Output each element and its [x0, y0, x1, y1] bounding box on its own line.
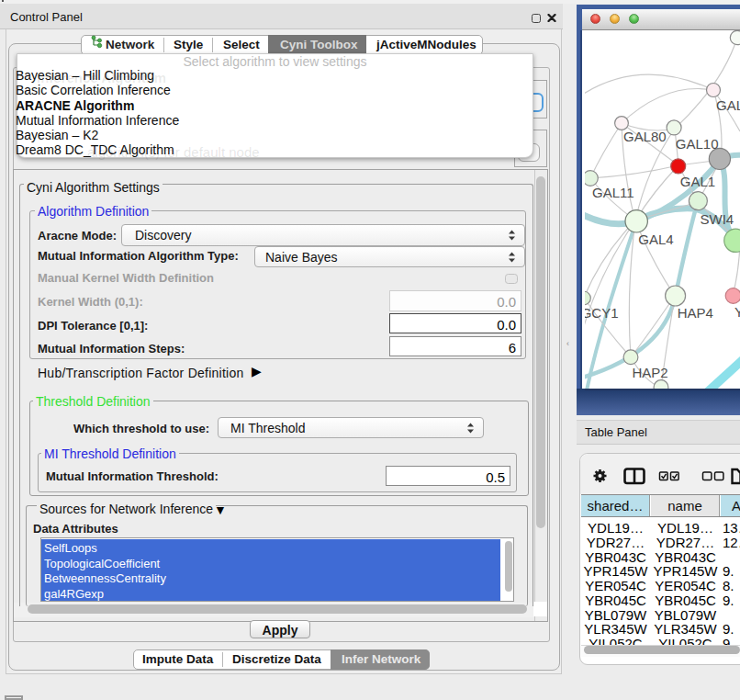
svg-text:GAL1: GAL1 [680, 174, 715, 189]
svg-text:SWI4: SWI4 [701, 211, 734, 227]
svg-text:GCY1: GCY1 [585, 305, 619, 321]
svg-text:GAL80: GAL80 [623, 129, 667, 144]
svg-text:Y: Y [734, 304, 740, 320]
svg-text:GAL8: GAL8 [716, 97, 740, 113]
svg-text:GAL4: GAL4 [638, 231, 673, 247]
svg-text:GAL10: GAL10 [676, 136, 719, 152]
svg-text:HAP2: HAP2 [632, 365, 667, 380]
svg-text:HAP4: HAP4 [678, 305, 713, 321]
svg-text:GAL11: GAL11 [592, 185, 634, 200]
